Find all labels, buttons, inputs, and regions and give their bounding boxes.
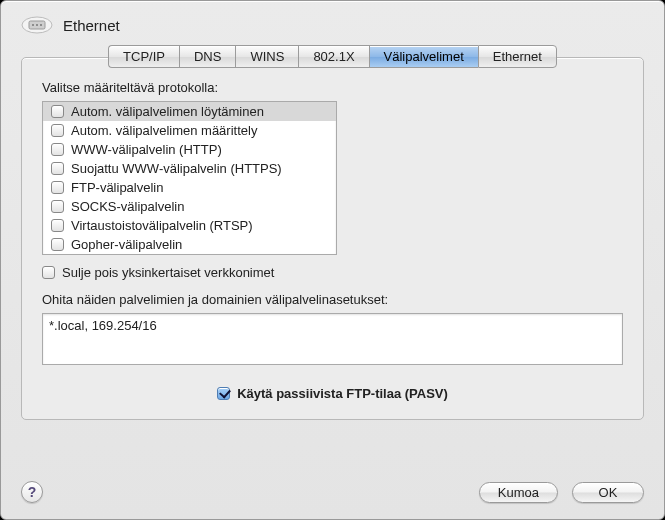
protocol-checkbox[interactable] — [51, 219, 64, 232]
protocol-label: Gopher-välipalvelin — [71, 237, 182, 252]
exclude-simple-row[interactable]: Sulje pois yksinkertaiset verkkonimet — [42, 265, 623, 280]
protocol-row[interactable]: Virtaustoistovälipalvelin (RTSP) — [43, 216, 336, 235]
help-button[interactable]: ? — [21, 481, 43, 503]
protocol-section-label: Valitse määriteltävä protokolla: — [42, 80, 623, 95]
svg-point-2 — [32, 24, 34, 26]
preferences-window: Ethernet TCP/IPDNSWINS802.1XVälipalvelim… — [0, 0, 665, 520]
protocol-checkbox[interactable] — [51, 105, 64, 118]
svg-point-4 — [40, 24, 42, 26]
protocol-row[interactable]: Suojattu WWW-välipalvelin (HTTPS) — [43, 159, 336, 178]
protocol-row[interactable]: SOCKS-välipalvelin — [43, 197, 336, 216]
tab-dns[interactable]: DNS — [179, 45, 235, 68]
protocol-label: Autom. välipalvelimen määrittely — [71, 123, 257, 138]
pasv-label: Käytä passiivista FTP-tilaa (PASV) — [237, 386, 448, 401]
protocol-label: Suojattu WWW-välipalvelin (HTTPS) — [71, 161, 282, 176]
tab-8021x[interactable]: 802.1X — [298, 45, 368, 68]
pasv-row[interactable]: Käytä passiivista FTP-tilaa (PASV) — [42, 386, 623, 401]
bypass-label: Ohita näiden palvelimien ja domainien vä… — [42, 292, 623, 307]
protocol-row[interactable]: Gopher-välipalvelin — [43, 235, 336, 254]
protocol-checkbox[interactable] — [51, 200, 64, 213]
tab-bar: TCP/IPDNSWINS802.1XVälipalvelimetEtherne… — [21, 45, 644, 68]
tab-wins[interactable]: WINS — [235, 45, 298, 68]
exclude-simple-checkbox[interactable] — [42, 266, 55, 279]
protocol-row[interactable]: WWW-välipalvelin (HTTP) — [43, 140, 336, 159]
tab-ethernet[interactable]: Ethernet — [478, 45, 557, 68]
pasv-checkbox[interactable] — [217, 387, 230, 400]
svg-point-3 — [36, 24, 38, 26]
protocol-row[interactable]: Autom. välipalvelimen määrittely — [43, 121, 336, 140]
button-row: Kumoa OK — [479, 482, 644, 503]
bypass-input[interactable] — [42, 313, 623, 365]
tab-tcpip[interactable]: TCP/IP — [108, 45, 179, 68]
protocol-list[interactable]: Autom. välipalvelimen löytäminenAutom. v… — [42, 101, 337, 255]
tab-vlipalvelimet[interactable]: Välipalvelimet — [369, 45, 478, 68]
header: Ethernet — [21, 15, 644, 35]
protocol-label: WWW-välipalvelin (HTTP) — [71, 142, 222, 157]
protocol-checkbox[interactable] — [51, 162, 64, 175]
page-title: Ethernet — [63, 17, 120, 34]
protocol-label: Autom. välipalvelimen löytäminen — [71, 104, 264, 119]
exclude-simple-label: Sulje pois yksinkertaiset verkkonimet — [62, 265, 274, 280]
ethernet-icon — [21, 15, 53, 35]
cancel-button[interactable]: Kumoa — [479, 482, 558, 503]
protocol-checkbox[interactable] — [51, 181, 64, 194]
protocol-label: FTP-välipalvelin — [71, 180, 163, 195]
protocol-row[interactable]: Autom. välipalvelimen löytäminen — [43, 102, 336, 121]
protocol-checkbox[interactable] — [51, 124, 64, 137]
protocol-label: SOCKS-välipalvelin — [71, 199, 184, 214]
protocol-checkbox[interactable] — [51, 143, 64, 156]
protocol-checkbox[interactable] — [51, 238, 64, 251]
protocol-label: Virtaustoistovälipalvelin (RTSP) — [71, 218, 253, 233]
ok-button[interactable]: OK — [572, 482, 644, 503]
tab-pane: Valitse määriteltävä protokolla: Autom. … — [21, 57, 644, 420]
protocol-row[interactable]: FTP-välipalvelin — [43, 178, 336, 197]
